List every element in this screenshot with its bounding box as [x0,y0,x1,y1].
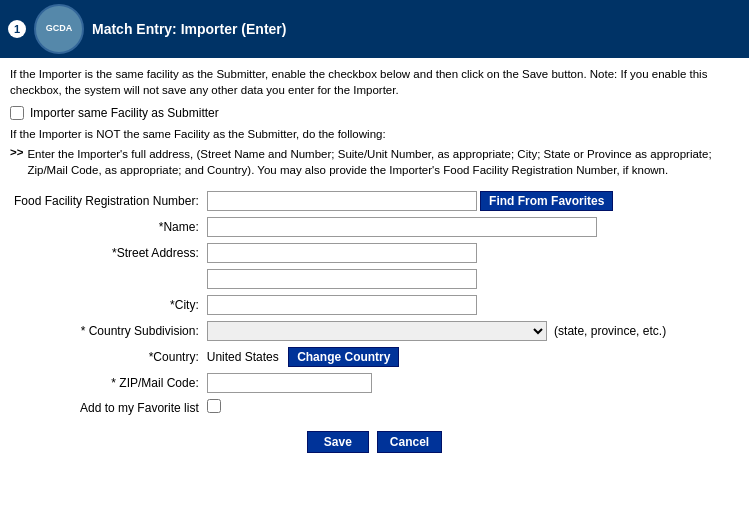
change-country-button[interactable]: Change Country [288,347,399,367]
save-button[interactable]: Save [307,431,369,453]
subdivision-row: * Country Subdivision: (state, province,… [10,318,739,344]
detail-block: >> Enter the Importer's full address, (S… [10,146,739,178]
food-facility-row: Food Facility Registration Number: Find … [10,188,739,214]
detail-arrow: >> [10,146,23,178]
name-row: *Name: [10,214,739,240]
zip-input[interactable] [207,373,372,393]
logo: GCDA [34,4,84,54]
street2-row [10,266,739,292]
food-facility-cell: Find From Favorites [203,188,739,214]
favorites-cell [203,396,739,419]
zip-label: * ZIP/Mail Code: [10,370,203,396]
favorites-row: Add to my Favorite list [10,396,739,419]
street2-cell [203,266,739,292]
subdivision-cell: (state, province, etc.) [203,318,739,344]
name-cell [203,214,739,240]
header: 1 GCDA Match Entry: Importer (Enter) [0,0,749,58]
subdivision-note: (state, province, etc.) [554,324,666,338]
street-input[interactable] [207,243,477,263]
subdivision-label: * Country Subdivision: [10,318,203,344]
instruction-text: If the Importer is NOT the same Facility… [10,128,739,140]
subdivision-select[interactable] [207,321,547,341]
street2-label [10,266,203,292]
bottom-buttons: Save Cancel [10,431,739,453]
city-row: *City: [10,292,739,318]
page-title: Match Entry: Importer (Enter) [92,21,286,37]
step-circle: 1 [8,20,26,38]
country-row: *Country: United States Change Country [10,344,739,370]
zip-cell [203,370,739,396]
same-facility-label: Importer same Facility as Submitter [30,106,219,120]
main-content: If the Importer is the same facility as … [0,58,749,461]
same-facility-checkbox[interactable] [10,106,24,120]
street-label: *Street Address: [10,240,203,266]
country-cell: United States Change Country [203,344,739,370]
form-table: Food Facility Registration Number: Find … [10,188,739,419]
city-label: *City: [10,292,203,318]
street2-input[interactable] [207,269,477,289]
info-paragraph: If the Importer is the same facility as … [10,66,739,98]
find-favorites-button[interactable]: Find From Favorites [480,191,613,211]
favorites-label: Add to my Favorite list [10,396,203,419]
name-label: *Name: [10,214,203,240]
favorites-checkbox[interactable] [207,399,221,413]
cancel-button[interactable]: Cancel [377,431,442,453]
detail-content: Enter the Importer's full address, (Stre… [27,146,739,178]
logo-text: GCDA [46,24,73,34]
same-facility-row: Importer same Facility as Submitter [10,106,739,120]
street-cell [203,240,739,266]
food-facility-label: Food Facility Registration Number: [10,188,203,214]
city-input[interactable] [207,295,477,315]
country-value: United States [207,350,279,364]
country-label: *Country: [10,344,203,370]
food-facility-input[interactable] [207,191,477,211]
street-row: *Street Address: [10,240,739,266]
name-input[interactable] [207,217,597,237]
city-cell [203,292,739,318]
zip-row: * ZIP/Mail Code: [10,370,739,396]
